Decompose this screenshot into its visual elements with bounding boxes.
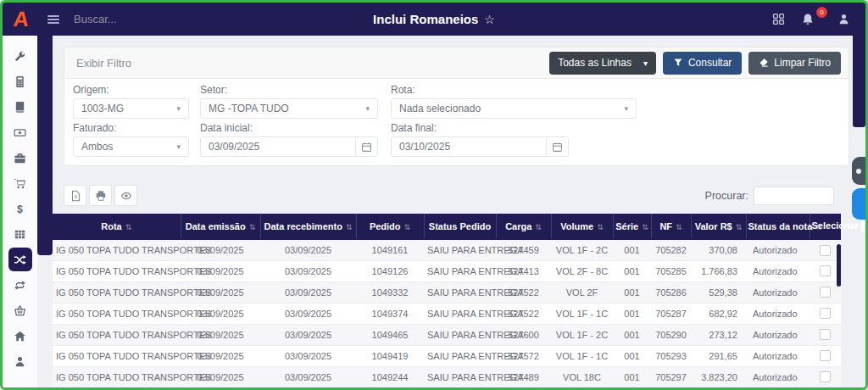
- menu-toggle-icon[interactable]: [47, 13, 60, 26]
- sort-icon[interactable]: ⇅: [346, 223, 353, 231]
- sort-icon[interactable]: ⇅: [676, 223, 682, 231]
- data-final-input[interactable]: 03/10/2025: [391, 136, 569, 157]
- filter-panel-title[interactable]: Exibir Filtro: [76, 57, 131, 70]
- sidebar-item-book[interactable]: [8, 95, 32, 119]
- home-icon: [14, 330, 26, 343]
- col-header-pedido[interactable]: Pedido⇅: [356, 214, 424, 239]
- col-header-volume[interactable]: Volume⇅: [551, 214, 613, 239]
- table-toolbar: x Procurar:: [64, 185, 834, 206]
- filter-actions: Todas as Linhas ▾ Consultar Limpar Filtr…: [549, 52, 841, 75]
- row-checkbox[interactable]: [820, 287, 831, 298]
- table-row[interactable]: IG 050 TOPA TUDO TRANSPORTES 03/09/2025 …: [53, 281, 841, 303]
- sidebar-item-person[interactable]: [8, 349, 32, 373]
- shuffle-icon: [14, 254, 26, 266]
- table-row[interactable]: IG 050 TOPA TUDO TRANSPORTES 03/09/2025 …: [53, 303, 841, 324]
- page-scrollbar-thumb[interactable]: [853, 36, 865, 127]
- favorite-star-icon[interactable]: ☆: [484, 13, 495, 26]
- sort-icon[interactable]: ⇅: [736, 223, 743, 231]
- sidebar-item-table[interactable]: [8, 222, 32, 246]
- sort-icon[interactable]: ⇅: [642, 223, 648, 231]
- sort-icon[interactable]: ⇅: [535, 223, 542, 231]
- col-header-serie[interactable]: Série⇅: [613, 214, 651, 239]
- dollar-icon: $: [14, 203, 26, 215]
- select-all-checkbox[interactable]: [861, 220, 865, 231]
- consultar-button[interactable]: Consultar: [663, 52, 742, 75]
- calendar-icon[interactable]: [546, 137, 568, 156]
- rota-select[interactable]: Nada selecionado▾: [391, 98, 637, 119]
- col-header-data-emissao[interactable]: Data emissão⇅: [181, 214, 260, 239]
- chevron-down-icon: ▾: [176, 142, 181, 151]
- sidebar: $: [3, 36, 37, 387]
- app-logo[interactable]: A: [1, 3, 42, 36]
- col-header-valor[interactable]: Valor R$⇅: [691, 214, 746, 239]
- export-excel-button[interactable]: x: [64, 185, 86, 206]
- table-row[interactable]: IG 050 TOPA TUDO TRANSPORTES 03/09/2025 …: [53, 324, 841, 345]
- eraser-icon: [759, 58, 769, 68]
- notifications-bell-icon[interactable]: [801, 13, 815, 26]
- filter-panel-header: Exibir Filtro Todas as Linhas ▾ Consulta…: [64, 47, 849, 79]
- calculator-icon: [14, 75, 26, 88]
- faturado-select[interactable]: Ambos▾: [73, 136, 189, 157]
- column-visibility-button[interactable]: [114, 185, 137, 206]
- origem-select[interactable]: 1003-MG▾: [73, 98, 189, 119]
- page-title: Inclui Romaneios ☆: [373, 12, 495, 26]
- row-checkbox[interactable]: [820, 371, 831, 382]
- svg-text:$: $: [17, 203, 23, 214]
- sidebar-item-briefcase[interactable]: [8, 146, 32, 170]
- sidebar-item-wrench[interactable]: [8, 44, 32, 68]
- row-checkbox[interactable]: [820, 329, 831, 340]
- romaneios-table: Rota⇅ Data emissão⇅ Data recebimento⇅ Pe…: [53, 214, 841, 387]
- print-button[interactable]: [89, 185, 112, 206]
- user-profile-icon[interactable]: [837, 13, 850, 25]
- table-scrollbar-thumb[interactable]: [837, 244, 841, 287]
- sort-icon[interactable]: ⇅: [404, 223, 411, 231]
- sidebar-item-home[interactable]: [8, 324, 32, 348]
- limpar-filtro-button[interactable]: Limpar Filtro: [748, 52, 841, 75]
- apps-grid-icon[interactable]: [772, 13, 785, 25]
- book-icon: [14, 101, 26, 114]
- row-checkbox[interactable]: [820, 265, 831, 276]
- col-header-status-pedido[interactable]: Status Pedido: [424, 214, 496, 239]
- faturado-label: Faturado:: [73, 122, 189, 134]
- basket-icon: [14, 304, 26, 317]
- col-header-status-nota[interactable]: Status da nota⇅: [746, 214, 810, 239]
- table-row[interactable]: IG 050 TOPA TUDO TRANSPORTES 03/09/2025 …: [53, 260, 841, 281]
- side-tab-help[interactable]: [852, 188, 865, 220]
- sidebar-item-repeat[interactable]: [8, 273, 32, 297]
- setor-select[interactable]: MG -TOPA TUDO▾: [200, 98, 378, 119]
- sidebar-item-shuffle[interactable]: [8, 248, 32, 271]
- data-inicial-input[interactable]: 03/09/2025: [200, 136, 378, 157]
- data-inicial-label: Data inicial:: [200, 122, 378, 134]
- sort-icon[interactable]: ⇅: [249, 223, 256, 231]
- rota-label: Rota:: [391, 84, 637, 96]
- lines-select[interactable]: Todas as Linhas ▾: [549, 52, 656, 75]
- row-checkbox[interactable]: [820, 308, 831, 319]
- table-row[interactable]: IG 050 TOPA TUDO TRANSPORTES 03/09/2025 …: [53, 239, 841, 260]
- sort-icon[interactable]: ⇅: [597, 223, 604, 231]
- col-header-data-recebimento[interactable]: Data recebimento⇅: [260, 214, 356, 239]
- export-buttons: x: [64, 185, 137, 206]
- table-icon: [14, 228, 26, 241]
- col-header-nf[interactable]: NF⇅: [651, 214, 691, 239]
- support-dot-icon: [856, 169, 861, 174]
- table-search-label: Procurar:: [705, 190, 748, 202]
- sidebar-item-money-bill[interactable]: [8, 120, 32, 144]
- table-row[interactable]: IG 050 TOPA TUDO TRANSPORTES 03/09/2025 …: [53, 366, 841, 387]
- sidebar-item-dollar[interactable]: $: [8, 197, 32, 220]
- global-search-input[interactable]: Buscar...: [74, 13, 209, 25]
- sort-icon[interactable]: ⇅: [125, 223, 132, 231]
- col-header-rota[interactable]: Rota⇅: [53, 214, 181, 239]
- table-search-input[interactable]: [754, 187, 834, 205]
- lines-select-value: Todas as Linhas: [558, 57, 632, 69]
- row-checkbox[interactable]: [820, 245, 831, 256]
- table-row[interactable]: IG 050 TOPA TUDO TRANSPORTES 03/09/2025 …: [53, 345, 841, 366]
- sort-icon[interactable]: ⇅: [815, 223, 822, 231]
- calendar-icon[interactable]: [355, 137, 377, 156]
- row-checkbox[interactable]: [820, 350, 831, 361]
- sidebar-item-calculator[interactable]: [8, 70, 32, 93]
- col-header-carga[interactable]: Carga⇅: [496, 214, 551, 239]
- side-tab-support[interactable]: [852, 157, 865, 185]
- col-header-selecionar[interactable]: Selecionar: [810, 214, 841, 239]
- sidebar-item-cart[interactable]: [8, 171, 32, 195]
- sidebar-item-basket[interactable]: [8, 298, 32, 322]
